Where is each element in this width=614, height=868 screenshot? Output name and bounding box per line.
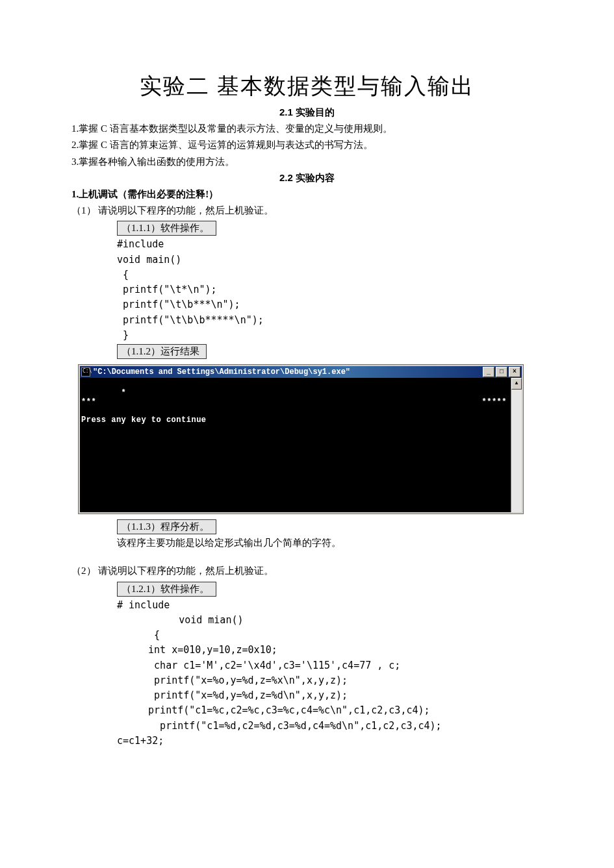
q1-code-l7: } bbox=[117, 328, 543, 343]
box-1-2-1: （1.2.1）软件操作。 bbox=[117, 582, 216, 597]
minimize-button[interactable]: _ bbox=[483, 367, 494, 377]
scroll-up-icon[interactable]: ▲ bbox=[511, 378, 522, 390]
box-1-1-1: （1.1.1）软件操作。 bbox=[117, 221, 216, 236]
q2-code-l8: printf("c1=%c,c2=%c,c3=%c,c4=%c\n",c1,c2… bbox=[136, 703, 543, 718]
q1-code-l1: #include bbox=[117, 237, 543, 252]
goal-1: 1.掌握 C 语言基本数据类型以及常量的表示方法、变量的定义与使用规则。 bbox=[71, 121, 543, 136]
maximize-button[interactable]: □ bbox=[496, 367, 507, 377]
console-scrollbar[interactable]: ▲ bbox=[511, 378, 522, 512]
box-1-1-2: （1.1.2）运行结果 bbox=[117, 344, 207, 359]
console-line-2-right: ***** bbox=[481, 397, 511, 406]
q2-code-l2: void mian() bbox=[149, 613, 543, 628]
q1-code-l3: { bbox=[117, 267, 543, 282]
q1-code-l5: printf("\t\b***\n"); bbox=[117, 297, 543, 312]
cmd-icon bbox=[81, 367, 90, 377]
page-title: 实验二 基本数据类型与输入输出 bbox=[71, 71, 543, 101]
section-heading-2-2: 2.2 实验内容 bbox=[71, 172, 543, 184]
console-line-3: Press any key to continue bbox=[81, 415, 207, 425]
console-line-1: * bbox=[81, 388, 126, 397]
console-line-2-left: *** bbox=[81, 397, 96, 406]
q1-code-l4: printf("\t*\n"); bbox=[117, 282, 543, 297]
goal-2: 2.掌握 C 语言的算束运算、逗号运算的运算规则与表达式的书写方法。 bbox=[71, 138, 543, 153]
scroll-track[interactable] bbox=[511, 390, 522, 512]
q2-code-l4: int x=010,y=10,z=0x10; bbox=[136, 643, 543, 658]
q2-label: （2） 请说明以下程序的功能，然后上机验证。 bbox=[71, 564, 543, 578]
q2-code-l3: { bbox=[136, 628, 543, 643]
box-1-1-3: （1.1.3）程序分析。 bbox=[117, 519, 216, 534]
content-heading: 1.上机调试（需作出必要的注释!） bbox=[71, 187, 543, 202]
q2-code-l9: printf("c1=%d,c2=%d,c3=%d,c4=%d\n",c1,c2… bbox=[136, 719, 543, 734]
q1-analysis: 该程序主要功能是以给定形式输出几个简单的字符。 bbox=[117, 536, 543, 551]
q1-code-l2: void main() bbox=[117, 253, 543, 267]
console-window: "C:\Documents and Settings\Administrator… bbox=[78, 364, 524, 514]
q2-code-l5: char c1='M',c2='\x4d',c3='\115',c4=77 , … bbox=[136, 658, 543, 673]
section-heading-2-1: 2.1 实验目的 bbox=[71, 106, 543, 119]
q2-code-l10: c=c1+32; bbox=[117, 734, 543, 749]
console-titlebar: "C:\Documents and Settings\Administrator… bbox=[80, 366, 522, 378]
close-button[interactable]: × bbox=[509, 367, 520, 377]
goal-3: 3.掌握各种输入输出函数的使用方法。 bbox=[71, 155, 543, 169]
q2-code-l6: printf("x=%o,y=%d,z=%x\n",x,y,z); bbox=[136, 673, 543, 688]
console-title-text: "C:\Documents and Settings\Administrator… bbox=[93, 367, 350, 377]
q1-code-l6: printf("\t\b\b*****\n"); bbox=[117, 313, 543, 328]
q1-label: （1） 请说明以下程序的功能，然后上机验证。 bbox=[71, 203, 543, 218]
console-body: * ******** Press any key to continue bbox=[80, 378, 511, 512]
q2-code-l1: # include bbox=[117, 598, 543, 613]
q2-code-l7: printf("x=%d,y=%d,z=%d\n",x,y,z); bbox=[136, 688, 543, 703]
window-buttons: _ □ × bbox=[483, 367, 520, 377]
